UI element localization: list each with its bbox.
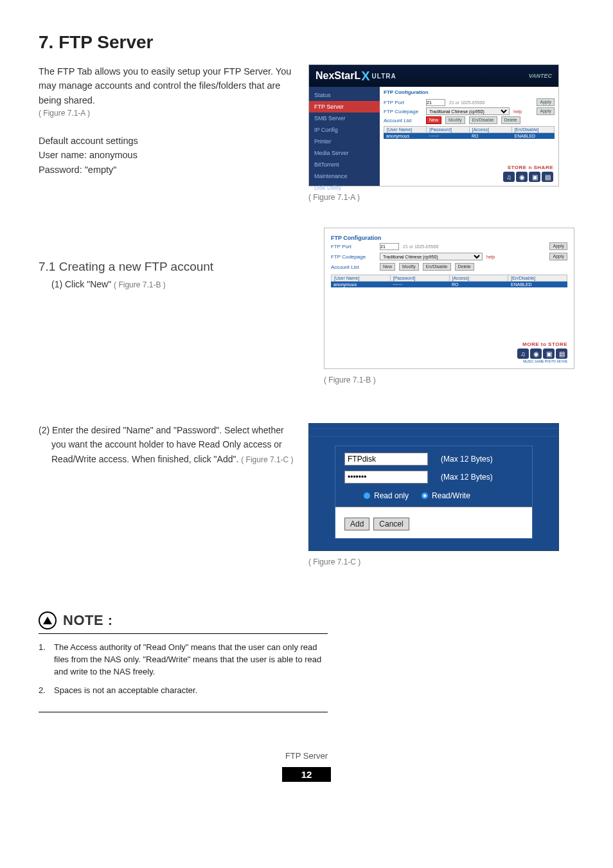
- th-user-b: [User Name]: [332, 275, 391, 281]
- acct-list-label: Account List: [384, 118, 422, 123]
- defaults-user: User name: anonymous: [39, 148, 296, 162]
- brand-vendor: VANTEC: [529, 73, 552, 79]
- note-triangle-icon: [39, 611, 57, 629]
- icon-caps: MUSIC GAME PHOTO MOVIE: [517, 359, 567, 363]
- password-input[interactable]: [344, 471, 428, 484]
- codepage-label: FTP Codepage: [384, 109, 422, 114]
- brand-l: L: [354, 70, 360, 82]
- name-max: (Max 12 Bytes): [441, 455, 493, 464]
- row-pass-b: ········: [390, 282, 449, 287]
- radio-dot-ro: [364, 493, 370, 499]
- acct-list-label-b: Account List: [331, 264, 376, 270]
- game-icon-b: ◉: [530, 348, 542, 359]
- brand-nexstar: NexStar: [315, 70, 354, 82]
- radio-read-only[interactable]: Read only: [364, 491, 409, 500]
- name-input[interactable]: [344, 453, 428, 466]
- endisable-button-b[interactable]: En/Disable: [423, 263, 451, 271]
- photo-icon-b: ▣: [543, 348, 555, 359]
- movie-icon-b: ▤: [556, 348, 567, 359]
- note-title: NOTE :: [63, 612, 113, 629]
- sidebar-item-ip-config[interactable]: IP Config: [309, 124, 380, 136]
- sidebar-item-bittorrent[interactable]: BitTorrent: [309, 159, 380, 170]
- screenshot-b: FTP Configuration FTP Port 21 or 1025-65…: [324, 228, 574, 369]
- radio-read-write[interactable]: Read/Write: [422, 491, 470, 500]
- store-share-label: STORE n SHARE: [503, 165, 553, 170]
- intro-text: The FTP Tab allows you to easily setup y…: [39, 64, 296, 107]
- game-icon: ◉: [516, 172, 528, 182]
- step-1: (1) Click "New" ( Figure 7.1-B ): [51, 279, 296, 289]
- brand-ultra: ULTRA: [372, 73, 396, 80]
- row-access: RO: [469, 133, 512, 139]
- codepage-label-b: FTP Codepage: [331, 254, 376, 260]
- add-button[interactable]: Add: [344, 518, 369, 530]
- row-access-b: RO: [449, 282, 508, 287]
- apply-codepage-button[interactable]: Apply: [537, 107, 555, 115]
- note-item: 1.The Access authority of "Read Only" me…: [39, 642, 328, 678]
- fig-b-caption: ( Figure 7.1-B ): [324, 375, 574, 384]
- port-hint: 21 or 1025-65500: [449, 100, 484, 105]
- note-item: 2.Spaces is not an acceptable character.: [39, 685, 328, 697]
- apply-port-b[interactable]: Apply: [549, 242, 567, 250]
- sidebar-item-smb-server[interactable]: SMB Server: [309, 113, 380, 124]
- music-icon: ♫: [503, 172, 515, 182]
- th-access-b: [Access]: [450, 275, 509, 281]
- more-to-store-label: MORE to STORE: [517, 341, 567, 347]
- sidebar-item-disk-utility[interactable]: Disk Utility: [309, 182, 380, 194]
- new-button[interactable]: New: [426, 116, 441, 124]
- screenshot-c: (Max 12 Bytes) (Max 12 Bytes) Read only: [308, 423, 559, 551]
- footer-section-label: FTP Server: [39, 751, 574, 761]
- port-hint-b: 21 or 1025-65500: [403, 244, 438, 249]
- screenshot-a: NexStar L X ULTRA VANTEC StatusFTP Serve…: [308, 64, 559, 186]
- section-7-1-title: 7.1 Creating a new FTP account: [39, 260, 296, 274]
- port-input[interactable]: [426, 99, 445, 106]
- modify-button-b[interactable]: Modify: [399, 263, 419, 271]
- row-endis: ENABLED: [512, 133, 555, 139]
- sidebar-item-maintenance[interactable]: Maintenance: [309, 170, 380, 182]
- th-access: [Access]: [470, 127, 512, 132]
- cfg-title: FTP Configuration: [380, 87, 558, 98]
- th-endis-b: [En/Disable]: [508, 275, 567, 281]
- port-label: FTP Port: [384, 100, 422, 105]
- rw-label: Read/Write: [432, 491, 470, 500]
- step-2: (2) Enter the desired "Name" and "Passwo…: [39, 423, 296, 466]
- fig-a-caption: ( Figure 7.1-A ): [308, 193, 559, 202]
- codepage-help-b[interactable]: help: [486, 255, 495, 259]
- radio-dot-rw: [422, 493, 428, 499]
- codepage-select[interactable]: Traditional Chinese (cp950): [426, 107, 510, 115]
- page-number: 12: [282, 767, 332, 782]
- th-user: [User Name]: [384, 127, 427, 132]
- port-label-b: FTP Port: [331, 244, 376, 249]
- row-user: anonymous: [384, 133, 427, 139]
- brand-x: X: [361, 69, 369, 84]
- th-pass-b: [Password]: [391, 275, 450, 281]
- fig-c-caption: ( Figure 7.1-C ): [308, 557, 559, 566]
- sidebar-item-ftp-server[interactable]: FTP Server: [309, 101, 380, 113]
- endisable-button[interactable]: En/Disable: [469, 116, 497, 124]
- sidebar-item-printer[interactable]: Printer: [309, 136, 380, 147]
- page-title: 7. FTP Server: [39, 32, 574, 53]
- apply-codepage-b[interactable]: Apply: [549, 253, 567, 260]
- cancel-button[interactable]: Cancel: [373, 518, 409, 530]
- row-endis-b: ENABLED: [508, 282, 567, 287]
- delete-button-b[interactable]: Delete: [455, 263, 474, 271]
- apply-port-button[interactable]: Apply: [537, 98, 555, 106]
- codepage-select-b[interactable]: Traditional Chinese (cp950): [380, 253, 483, 260]
- acct-table-header: [User Name] [Password] [Access] [En/Disa…: [384, 126, 555, 133]
- sidebar-item-status[interactable]: Status: [309, 89, 380, 101]
- sidebar-item-media-server[interactable]: Media Server: [309, 147, 380, 159]
- port-input-b[interactable]: [380, 243, 399, 250]
- th-pass: [Password]: [427, 127, 469, 132]
- delete-button[interactable]: Delete: [501, 116, 520, 124]
- fig-a-ref-inline: ( Figure 7.1-A ): [39, 107, 296, 120]
- cfg-title-b: FTP Configuration: [331, 235, 567, 241]
- new-button-b[interactable]: New: [380, 263, 395, 271]
- ro-label: Read only: [374, 491, 409, 500]
- pass-max: (Max 12 Bytes): [441, 473, 493, 482]
- modify-button[interactable]: Modify: [445, 116, 465, 124]
- th-endis: [En/Disable]: [512, 127, 554, 132]
- photo-icon: ▣: [529, 172, 540, 182]
- acct-table-row[interactable]: anonymous ········ RO ENABLED: [384, 133, 555, 139]
- music-icon-b: ♫: [517, 348, 529, 359]
- codepage-help[interactable]: help: [513, 109, 522, 114]
- defaults-heading: Default account settings: [39, 134, 296, 148]
